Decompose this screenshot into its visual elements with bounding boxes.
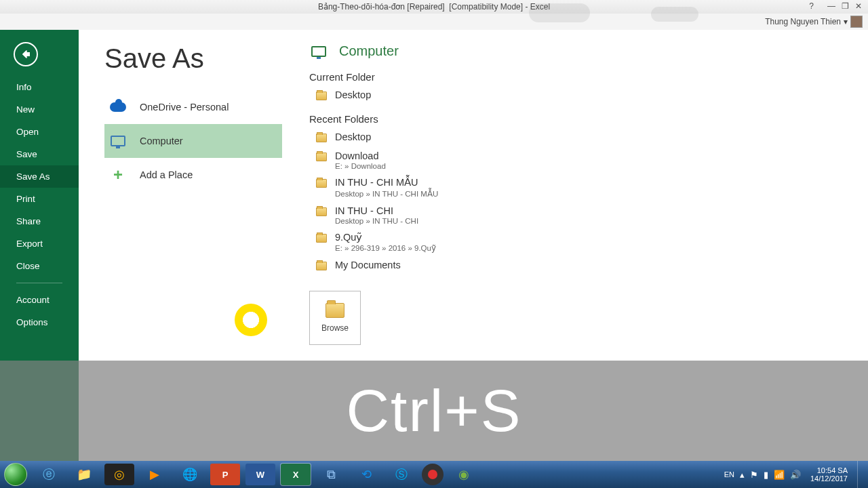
place-onedrive[interactable]: OneDrive - Personal	[104, 90, 282, 124]
folder-open-icon	[326, 303, 344, 318]
sidebar-item-info[interactable]: Info	[0, 76, 79, 98]
tray-network-icon[interactable]: 📶	[774, 470, 785, 480]
taskbar-mediaplayer[interactable]: ▶	[140, 464, 170, 485]
folder-icon	[316, 207, 327, 216]
folder-name: IN THU - CHI MẪU	[335, 177, 438, 188]
current-folder-desktop[interactable]: Desktop	[309, 87, 868, 105]
user-bar: Thung Nguyen Thien ▾	[0, 14, 868, 30]
browse-label: Browse	[321, 323, 349, 333]
folder-path: E: » Download	[335, 162, 386, 170]
sidebar-item-new[interactable]: New	[0, 98, 79, 121]
taskbar: ⓔ 📁 ◎ ▶ 🌐 P W X ⧉ ⟲ Ⓢ ◉ EN ▴ ⚑ ▮ 📶 🔊 10:…	[0, 461, 868, 488]
taskbar-app[interactable]: ◎	[104, 464, 134, 485]
page-title: Save As	[104, 43, 282, 74]
place-computer[interactable]: Computer	[104, 124, 282, 158]
taskbar-excel[interactable]: X	[281, 464, 311, 485]
recent-folder[interactable]: My Documents	[309, 257, 868, 275]
place-onedrive-label: OneDrive - Personal	[140, 102, 229, 113]
folder-icon	[316, 262, 327, 270]
taskbar-explorer[interactable]: 📁	[69, 464, 99, 485]
sidebar-item-open[interactable]: Open	[0, 121, 79, 143]
current-folder-header: Current Folder	[309, 71, 868, 83]
recent-folder[interactable]: IN THU - CHI MẪUDesktop » IN THU - CHI M…	[309, 174, 868, 202]
sidebar-item-options[interactable]: Options	[0, 311, 79, 333]
keyboard-shortcut-overlay: Ctrl+S	[0, 361, 868, 461]
taskbar-recorder[interactable]	[422, 464, 443, 485]
location-title: Computer	[339, 43, 399, 59]
cursor-highlight-ring	[235, 304, 267, 336]
folder-path: Desktop » IN THU - CHI MẪU	[335, 189, 438, 199]
window-title: Bảng-Theo-dõi-hóa-đơn [Repaired] [Compat…	[318, 2, 550, 12]
start-button[interactable]	[0, 461, 31, 488]
sidebar-item-account[interactable]: Account	[0, 289, 79, 311]
sidebar-item-export[interactable]: Export	[0, 232, 79, 255]
recent-folders-header: Recent Folders	[309, 113, 868, 125]
computer-icon	[108, 134, 127, 148]
place-add-label: Add a Place	[140, 169, 193, 180]
close-button[interactable]: ✕	[852, 1, 865, 11]
sidebar-item-share[interactable]: Share	[0, 210, 79, 232]
back-button[interactable]	[14, 42, 38, 66]
place-computer-label: Computer	[140, 136, 183, 146]
taskbar-skype[interactable]: Ⓢ	[387, 464, 416, 485]
folder-icon	[316, 152, 327, 161]
folder-icon	[316, 179, 327, 188]
recent-folder[interactable]: DownloadE: » Download	[309, 148, 868, 174]
folder-name: IN THU - CHI	[335, 205, 418, 217]
restore-button[interactable]: ❐	[838, 1, 852, 11]
folder-icon	[316, 234, 327, 243]
arrow-left-icon	[20, 48, 32, 60]
sidebar-item-close[interactable]: Close	[0, 255, 79, 277]
taskbar-coccoc[interactable]: ◉	[449, 464, 479, 485]
recent-folder[interactable]: 9.QuỹE: » 296-319 » 2016 » 9.Quỹ	[309, 229, 868, 257]
decorative-clouds	[529, 0, 732, 27]
recent-folder[interactable]: IN THU - CHIDesktop » IN THU - CHI	[309, 203, 868, 229]
folder-icon	[316, 92, 327, 100]
tray-language[interactable]: EN	[724, 470, 734, 479]
tray-time: 10:54 SA	[817, 466, 848, 474]
tray-chevron-up-icon[interactable]: ▴	[740, 470, 745, 480]
tray-clock[interactable]: 10:54 SA 14/12/2017	[810, 466, 848, 483]
folder-path: Desktop » IN THU - CHI	[335, 217, 418, 225]
user-name[interactable]: Thung Nguyen Thien	[765, 17, 841, 26]
folder-name: 9.Quỹ	[335, 232, 436, 243]
folder-path: E: » 296-319 » 2016 » 9.Quỹ	[335, 243, 436, 253]
folder-name: Download	[335, 150, 386, 162]
taskbar-powerpoint[interactable]: P	[210, 464, 240, 485]
computer-icon	[309, 44, 328, 59]
folder-name: My Documents	[335, 260, 401, 271]
folder-name: Desktop	[335, 131, 371, 143]
folder-name: Desktop	[335, 89, 371, 101]
sidebar-item-save[interactable]: Save	[0, 143, 79, 165]
help-icon[interactable]: ?	[809, 1, 814, 11]
user-avatar[interactable]	[850, 16, 863, 28]
location-header: Computer	[309, 43, 868, 59]
show-desktop-button[interactable]	[857, 461, 864, 488]
recent-folder[interactable]: Desktop	[309, 129, 868, 147]
sidebar-separator	[16, 283, 62, 283]
tray-flag-icon[interactable]: ⚑	[750, 470, 758, 480]
place-add[interactable]: + Add a Place	[104, 158, 282, 192]
shortcut-text: Ctrl+S	[347, 376, 522, 445]
folder-icon	[316, 134, 327, 142]
system-tray: EN ▴ ⚑ ▮ 📶 🔊 10:54 SA 14/12/2017	[724, 461, 868, 488]
tray-date: 14/12/2017	[810, 474, 848, 483]
tray-volume-icon[interactable]: 🔊	[790, 470, 801, 480]
taskbar-chrome[interactable]: 🌐	[175, 464, 205, 485]
titlebar: Bảng-Theo-dõi-hóa-đơn [Repaired] [Compat…	[0, 0, 868, 14]
tray-battery-icon[interactable]: ▮	[764, 470, 768, 480]
user-dropdown-icon[interactable]: ▾	[844, 17, 848, 26]
taskbar-ie[interactable]: ⓔ	[34, 464, 64, 485]
browse-button[interactable]: Browse	[309, 291, 361, 345]
sidebar-item-print[interactable]: Print	[0, 188, 79, 210]
plus-icon: +	[108, 167, 127, 182]
taskbar-app2[interactable]: ⧉	[316, 464, 346, 485]
onedrive-icon	[108, 100, 127, 115]
taskbar-word[interactable]: W	[245, 464, 275, 485]
sidebar-item-save-as[interactable]: Save As	[0, 165, 79, 188]
minimize-button[interactable]: —	[825, 1, 838, 11]
taskbar-teamviewer[interactable]: ⟲	[351, 464, 381, 485]
